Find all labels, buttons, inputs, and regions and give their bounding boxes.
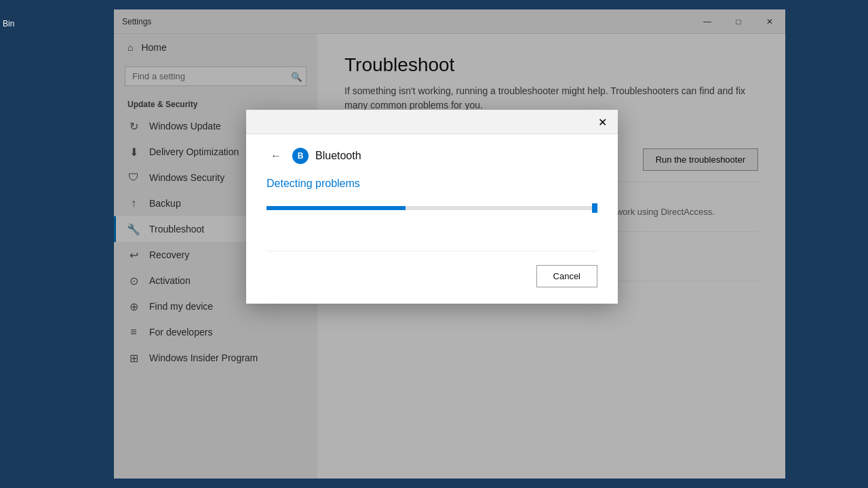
dialog-title-bar: ✕	[246, 110, 618, 134]
bluetooth-dialog-icon: B	[292, 148, 309, 164]
progress-bar-container	[267, 206, 597, 210]
desktop-label: Bin	[3, 19, 14, 28]
dialog-bt-name: Bluetooth	[315, 150, 361, 162]
settings-window: Settings — □ ✕ ⌂ Home 🔍 Update & Securit…	[114, 9, 785, 479]
dialog-back-button[interactable]: ←	[267, 148, 285, 163]
dialog-footer: Cancel	[267, 251, 597, 287]
dialog-body: ← B Bluetooth Detecting problems Cancel	[246, 134, 618, 304]
dialog-header: ← B Bluetooth	[267, 148, 597, 164]
progress-bar	[267, 206, 406, 210]
detecting-text: Detecting problems	[267, 178, 597, 190]
progress-end-marker	[592, 203, 597, 213]
dialog-close-button[interactable]: ✕	[587, 110, 618, 134]
bluetooth-dialog: ✕ ← B Bluetooth Detecting problems Cance…	[246, 110, 618, 304]
cancel-button[interactable]: Cancel	[536, 265, 597, 287]
